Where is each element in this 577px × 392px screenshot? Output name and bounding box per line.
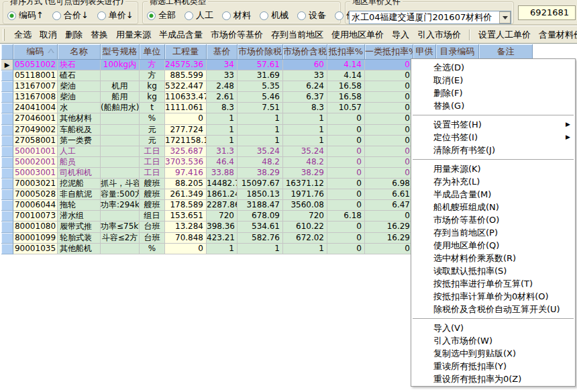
table-cell[interactable]: 容量:500方 bbox=[101, 189, 140, 200]
table-cell[interactable]: 组日 bbox=[140, 211, 165, 222]
table-cell[interactable]: 6.98 bbox=[365, 179, 413, 189]
table-cell[interactable]: 4.14 bbox=[327, 60, 365, 70]
toolbar-button[interactable]: 取消 bbox=[40, 29, 57, 41]
row-selector-cell[interactable] bbox=[1, 136, 13, 146]
table-cell[interactable]: 碴石 bbox=[58, 70, 101, 81]
table-cell[interactable]: 1 bbox=[283, 113, 327, 124]
table-cell[interactable]: 582.76 bbox=[238, 233, 283, 244]
table-cell[interactable]: 33.88 bbox=[207, 168, 238, 179]
table-cell[interactable]: 3188.47 bbox=[238, 200, 283, 211]
table-cell[interactable]: 0 bbox=[365, 244, 413, 254]
table-cell[interactable]: 船用 bbox=[101, 92, 140, 103]
table-cell[interactable]: 6.37 bbox=[283, 92, 327, 103]
row-selector-cell[interactable] bbox=[1, 179, 13, 189]
table-cell[interactable]: 33 bbox=[207, 70, 238, 81]
table-cell[interactable]: 178.589 bbox=[165, 200, 207, 211]
table-cell[interactable]: 其他材料 bbox=[58, 113, 101, 124]
table-cell[interactable]: 153.651 bbox=[165, 211, 207, 222]
table-cell[interactable]: 38.29 bbox=[283, 168, 327, 179]
table-cell[interactable]: 0 bbox=[365, 125, 413, 136]
table-cell[interactable]: 60 bbox=[283, 60, 327, 70]
table-cell[interactable]: 534.61 bbox=[238, 222, 283, 232]
table-cell[interactable]: 5.35 bbox=[238, 81, 283, 92]
table-cell[interactable]: 人工 bbox=[58, 146, 101, 157]
table-cell[interactable] bbox=[101, 244, 140, 254]
toolbar-button[interactable]: 设置人工单价 bbox=[478, 29, 531, 41]
column-header[interactable]: 单位 bbox=[140, 44, 165, 60]
table-cell[interactable]: 13.284 bbox=[165, 222, 207, 232]
table-cell[interactable]: 功率:294kW bbox=[101, 200, 140, 211]
radio-option[interactable]: 全部 bbox=[147, 9, 176, 21]
column-header[interactable]: 型号规格 bbox=[101, 44, 140, 60]
table-cell[interactable]: 31.69 bbox=[238, 70, 283, 81]
table-cell[interactable]: % bbox=[140, 113, 165, 124]
row-selector-cell[interactable] bbox=[1, 168, 13, 179]
radio-option[interactable]: 编码↑ bbox=[7, 9, 44, 21]
table-cell[interactable]: 261.349 bbox=[165, 189, 207, 200]
menu-item[interactable]: 读取默认抵扣率(S) ▶ bbox=[411, 264, 575, 277]
table-cell[interactable]: 6.24 bbox=[283, 81, 327, 92]
table-cell[interactable]: 抓斗，斗容 bbox=[101, 179, 140, 189]
table-cell[interactable]: 1 bbox=[207, 244, 238, 254]
table-cell[interactable]: 0 bbox=[327, 189, 365, 200]
radio-option[interactable]: 设备 bbox=[297, 9, 326, 21]
table-cell[interactable]: 27049002 bbox=[13, 125, 58, 136]
table-cell[interactable]: 05051002 bbox=[13, 60, 58, 70]
table-cell[interactable] bbox=[101, 70, 140, 81]
table-cell[interactable]: 80001099 bbox=[13, 233, 58, 244]
table-cell[interactable]: 台班 bbox=[140, 222, 165, 232]
menu-item[interactable]: 存为补充(L) ▶ bbox=[411, 175, 575, 188]
menu-item[interactable]: 取消(E) ▶ bbox=[411, 74, 575, 87]
table-cell[interactable]: 司机和机 bbox=[58, 168, 101, 179]
table-cell[interactable]: 70005028 bbox=[13, 189, 58, 200]
table-cell[interactable]: 1 bbox=[238, 125, 283, 136]
toolbar-button[interactable]: 用量来源 bbox=[116, 29, 151, 41]
toolbar-button[interactable]: 替换 bbox=[91, 29, 108, 41]
table-cell[interactable]: 0 bbox=[327, 146, 365, 157]
table-cell[interactable]: 13167008 bbox=[13, 92, 58, 103]
table-cell[interactable]: 35.24 bbox=[238, 146, 283, 157]
table-cell[interactable]: 70006044 bbox=[13, 200, 58, 211]
grid-corner-cell[interactable] bbox=[1, 44, 13, 60]
table-cell[interactable]: 0 bbox=[365, 103, 413, 113]
table-cell[interactable]: 1721158.1 bbox=[165, 136, 207, 146]
table-cell[interactable]: 1 bbox=[238, 136, 283, 146]
table-cell[interactable]: 6.47 bbox=[365, 200, 413, 211]
table-cell[interactable]: 325.687 bbox=[165, 146, 207, 157]
table-cell[interactable]: 0 bbox=[365, 168, 413, 179]
column-header[interactable]: 目录编码 bbox=[436, 44, 479, 60]
toolbar-button[interactable]: 存到当前地区 bbox=[271, 29, 323, 41]
column-header[interactable]: 名称 bbox=[58, 44, 101, 60]
table-cell[interactable]: 2287.86 bbox=[207, 200, 238, 211]
table-cell[interactable]: 艘班 bbox=[140, 179, 165, 189]
table-cell[interactable]: 0 bbox=[365, 113, 413, 124]
table-cell[interactable]: 24575.36 bbox=[165, 60, 207, 70]
column-header[interactable]: 备注 bbox=[479, 44, 533, 60]
table-cell[interactable]: 非自航泥 bbox=[58, 189, 101, 200]
table-cell[interactable]: 1971.76 bbox=[283, 189, 327, 200]
menu-item[interactable]: 清除所有书签(J) ▶ bbox=[411, 144, 575, 156]
table-cell[interactable]: 0 bbox=[327, 200, 365, 211]
table-cell[interactable]: 台班 bbox=[140, 233, 165, 244]
price-file-dropdown[interactable]: 水工04福建交通厦门201607材料价 bbox=[349, 11, 511, 24]
table-cell[interactable]: 潜水组 bbox=[58, 211, 101, 222]
menu-item[interactable]: 半成品含量(M) ▶ bbox=[411, 188, 575, 201]
table-cell[interactable]: 0 bbox=[327, 113, 365, 124]
table-cell[interactable]: 31.3 bbox=[207, 146, 238, 157]
table-cell[interactable]: 1 bbox=[207, 113, 238, 124]
table-cell[interactable]: 2.48 bbox=[207, 81, 238, 92]
row-selector-cell[interactable] bbox=[1, 244, 13, 254]
row-selector-cell[interactable] bbox=[1, 211, 13, 222]
table-cell[interactable]: 6.61 bbox=[365, 189, 413, 200]
menu-item[interactable]: 设置书签(H) ▶ bbox=[411, 118, 575, 131]
table-cell[interactable]: 0 bbox=[365, 70, 413, 81]
table-cell[interactable]: 70003021 bbox=[13, 179, 58, 189]
table-cell[interactable]: 97.416 bbox=[165, 168, 207, 179]
table-cell[interactable]: 38.29 bbox=[238, 168, 283, 179]
table-cell[interactable]: 50001001 bbox=[13, 146, 58, 157]
table-cell[interactable]: 工日 bbox=[140, 146, 165, 157]
menu-item[interactable]: 用量来源(K) ▶ bbox=[411, 162, 575, 175]
table-cell[interactable]: 斗容≤2方 bbox=[101, 233, 140, 244]
table-cell[interactable]: 35.24 bbox=[283, 146, 327, 157]
table-cell[interactable]: kg bbox=[140, 92, 165, 103]
